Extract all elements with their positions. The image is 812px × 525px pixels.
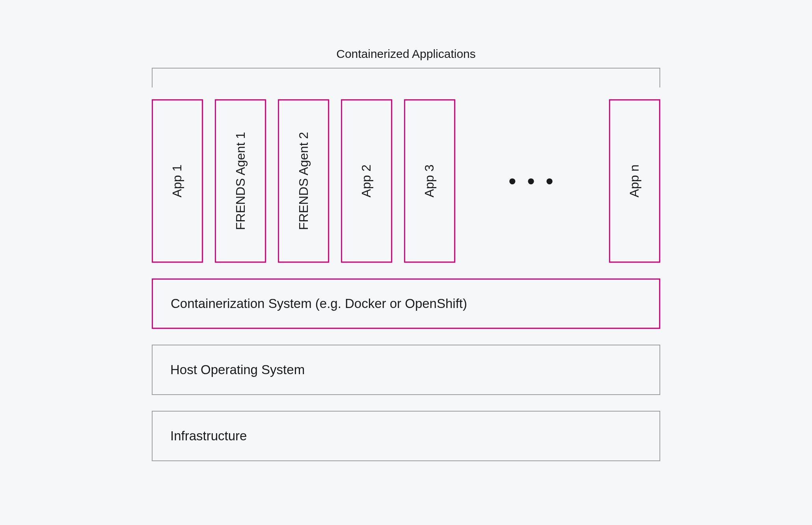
ellipsis-icon: • • •: [467, 99, 597, 263]
app-box-app3: App 3: [404, 99, 455, 263]
layer-label: Containerization System (e.g. Docker or …: [171, 296, 467, 311]
title-bracket: [152, 68, 660, 87]
app-label: App 1: [170, 165, 185, 198]
app-label: App n: [628, 165, 642, 198]
app-box-frends-agent-1: FRENDS Agent 1: [215, 99, 266, 263]
app-label: App 3: [423, 165, 437, 198]
containerization-diagram: Containerized Applications App 1 FRENDS …: [152, 47, 660, 461]
layer-infrastructure: Infrastructure: [152, 411, 660, 461]
layer-host-os: Host Operating System: [152, 345, 660, 395]
layer-label: Infrastructure: [170, 429, 247, 443]
app-box-app2: App 2: [341, 99, 392, 263]
app-label: FRENDS Agent 1: [233, 132, 248, 230]
app-label: FRENDS Agent 2: [296, 132, 311, 230]
layer-containerization: Containerization System (e.g. Docker or …: [152, 278, 660, 329]
app-box-app1: App 1: [152, 99, 203, 263]
app-box-appn: App n: [609, 99, 660, 263]
app-label: App 2: [359, 165, 374, 198]
layer-label: Host Operating System: [170, 362, 305, 377]
app-box-frends-agent-2: FRENDS Agent 2: [278, 99, 329, 263]
diagram-title: Containerized Applications: [152, 47, 660, 61]
apps-row: App 1 FRENDS Agent 1 FRENDS Agent 2 App …: [152, 99, 660, 263]
